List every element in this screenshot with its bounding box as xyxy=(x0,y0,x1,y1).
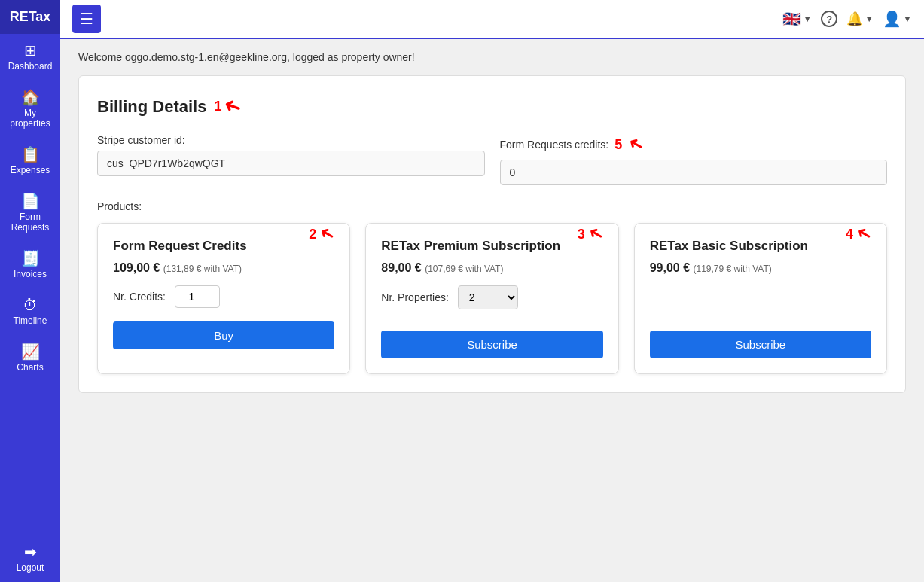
nr-credits-label: Nr. Credits: xyxy=(113,291,166,303)
hamburger-button[interactable]: ☰ xyxy=(72,5,101,33)
product-vat-1: (107,69 € with VAT) xyxy=(425,264,503,274)
chevron-down-icon: ▼ xyxy=(865,14,874,24)
sidebar-label-my-properties: My properties xyxy=(6,108,54,129)
sidebar-item-expenses[interactable]: 📋 Expenses xyxy=(0,138,60,184)
sidebar-label-charts: Charts xyxy=(17,362,43,373)
main-wrapper: ☰ 🇬🇧 ▼ ? 🔔 ▼ 👤 ▼ Welcome oggo.demo.stg-1… xyxy=(60,0,924,582)
invoices-icon: 🧾 xyxy=(21,251,40,266)
sidebar-item-logout[interactable]: ➡ Logout xyxy=(0,535,60,582)
sidebar-item-invoices[interactable]: 🧾 Invoices xyxy=(0,242,60,288)
chevron-down-icon: ▼ xyxy=(803,14,812,24)
subscribe-button-basic[interactable]: Subscribe xyxy=(650,331,871,358)
user-icon: 👤 xyxy=(883,10,901,28)
stripe-label: Stripe customer id: xyxy=(97,134,485,146)
billing-card: Billing Details 1 ➜ Stripe customer id: … xyxy=(78,75,906,393)
product-price-1: 89,00 € (107,69 € with VAT) xyxy=(381,261,602,275)
product-price-2: 99,00 € (119,79 € with VAT) xyxy=(650,261,871,275)
product-card-form-request-credits: Form Request Credits 2 ➜ 109,00 € (131,8… xyxy=(97,223,350,374)
chevron-down-icon: ▼ xyxy=(903,14,912,24)
form-requests-icon: 📄 xyxy=(21,193,40,209)
sidebar-label-form-requests: Form Requests xyxy=(6,212,54,233)
main-content: Welcome oggo.demo.stg-1.en@geekline.org,… xyxy=(60,39,924,582)
topbar-right: 🇬🇧 ▼ ? 🔔 ▼ 👤 ▼ xyxy=(782,10,912,28)
sidebar-item-my-properties[interactable]: 🏠 My properties xyxy=(0,81,60,138)
arrow-5: ➜ xyxy=(624,132,648,157)
notifications-button[interactable]: 🔔 ▼ xyxy=(846,11,874,27)
products-grid: Form Request Credits 2 ➜ 109,00 € (131,8… xyxy=(97,223,887,374)
nr-credits-input[interactable] xyxy=(175,285,220,308)
product-name-2: RETax Basic Subscription xyxy=(650,239,808,254)
nr-properties-label: Nr. Properties: xyxy=(381,291,448,303)
flag-icon: 🇬🇧 xyxy=(782,10,801,28)
product-price-0: 109,00 € (131,89 € with VAT) xyxy=(113,261,334,275)
credits-input[interactable] xyxy=(500,160,888,185)
sidebar: RETax ⊞ Dashboard 🏠 My properties 📋 Expe… xyxy=(0,0,60,582)
product-controls-1: Nr. Properties: 1 2 3 4 5 xyxy=(381,285,602,309)
product-name-1: RETax Premium Subscription xyxy=(381,239,560,254)
product-vat-0: (131,89 € with VAT) xyxy=(163,264,242,274)
credits-field-group: Form Requests credits: 5 ➜ xyxy=(500,134,888,185)
arrow-3: ➜ xyxy=(584,221,607,247)
sidebar-label-logout: Logout xyxy=(17,562,44,573)
topbar-left: ☰ xyxy=(72,5,101,33)
arrow-4: ➜ xyxy=(852,221,875,247)
dashboard-icon: ⊞ xyxy=(24,43,37,58)
logout-icon: ➡ xyxy=(24,544,37,559)
product-vat-2: (119,79 € with VAT) xyxy=(694,264,772,274)
arrow-2: ➜ xyxy=(316,221,339,247)
nr-properties-select[interactable]: 1 2 3 4 5 xyxy=(458,285,518,309)
product-controls-0: Nr. Credits: xyxy=(113,285,334,308)
sidebar-label-expenses: Expenses xyxy=(11,165,50,175)
sidebar-item-dashboard[interactable]: ⊞ Dashboard xyxy=(0,34,60,81)
sidebar-label-invoices: Invoices xyxy=(14,269,47,279)
sidebar-item-form-requests[interactable]: 📄 Form Requests xyxy=(0,184,60,242)
help-button[interactable]: ? xyxy=(821,11,837,27)
user-button[interactable]: 👤 ▼ xyxy=(883,10,912,28)
charts-icon: 📈 xyxy=(21,344,40,359)
sidebar-label-timeline: Timeline xyxy=(14,315,47,326)
bell-icon: 🔔 xyxy=(846,11,863,27)
welcome-message: Welcome oggo.demo.stg-1.en@geekline.org,… xyxy=(78,51,906,63)
products-label: Products: xyxy=(97,200,887,212)
sidebar-label-dashboard: Dashboard xyxy=(8,61,53,72)
arrow-1: ➜ xyxy=(220,92,245,121)
timeline-icon: ⏱ xyxy=(23,297,38,312)
home-icon: 🏠 xyxy=(21,90,40,105)
product-name-0: Form Request Credits xyxy=(113,239,247,254)
credits-label: Form Requests credits: xyxy=(500,139,609,151)
subscribe-button-premium[interactable]: Subscribe xyxy=(381,331,602,358)
annotation-5: 5 xyxy=(614,137,622,153)
product-card-basic-subscription: RETax Basic Subscription 4 ➜ 99,00 € (11… xyxy=(634,223,887,374)
language-button[interactable]: 🇬🇧 ▼ xyxy=(782,10,812,28)
billing-fields: Stripe customer id: Form Requests credit… xyxy=(97,134,887,185)
sidebar-item-charts[interactable]: 📈 Charts xyxy=(0,335,60,382)
billing-title: Billing Details xyxy=(97,97,206,117)
app-logo: RETax xyxy=(0,0,60,34)
sidebar-item-timeline[interactable]: ⏱ Timeline xyxy=(0,288,60,335)
product-card-premium-subscription: RETax Premium Subscription 3 ➜ 89,00 € (… xyxy=(365,223,618,374)
stripe-input[interactable] xyxy=(97,151,485,176)
buy-button[interactable]: Buy xyxy=(113,321,334,349)
expenses-icon: 📋 xyxy=(21,147,40,162)
help-icon: ? xyxy=(821,11,837,27)
stripe-field-group: Stripe customer id: xyxy=(97,134,485,185)
products-section: Products: Form Request Credits 2 ➜ 109 xyxy=(97,200,887,374)
topbar: ☰ 🇬🇧 ▼ ? 🔔 ▼ 👤 ▼ xyxy=(60,0,924,39)
